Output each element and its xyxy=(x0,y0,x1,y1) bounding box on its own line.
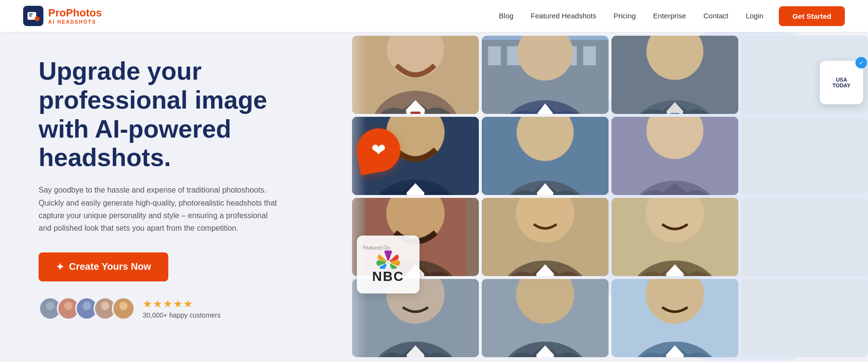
social-proof: ★★★★★ 30,000+ happy customers xyxy=(39,297,299,320)
svg-point-15 xyxy=(387,262,390,265)
photo-cell xyxy=(611,198,738,276)
get-started-button[interactable]: Get Started xyxy=(779,6,845,26)
headshot-photo xyxy=(611,36,738,114)
nbc-label: NBC xyxy=(372,269,405,284)
nav-enterprise[interactable]: Enterprise xyxy=(653,12,686,20)
nav-pricing[interactable]: Pricing xyxy=(614,12,636,20)
svg-point-1 xyxy=(35,16,40,21)
logo: ProPhotos AI HEADSHOTS xyxy=(23,6,102,26)
photo-cell xyxy=(482,117,609,195)
hero-photo-area: ✓ USA TODAY Featured On: xyxy=(328,32,868,361)
stars-area: ★★★★★ 30,000+ happy customers xyxy=(143,298,221,319)
photo-cell-empty xyxy=(741,117,868,195)
photo-cell xyxy=(611,36,738,114)
nav-contact[interactable]: Contact xyxy=(704,12,729,20)
svg-point-11 xyxy=(98,312,112,320)
featured-on-label: Featured On: xyxy=(363,245,391,251)
svg-point-5 xyxy=(43,312,57,320)
photo-cell xyxy=(482,279,609,357)
logo-sub: AI HEADSHOTS xyxy=(48,19,102,25)
svg-point-6 xyxy=(64,302,73,310)
headshot-photo xyxy=(352,36,479,114)
main-content: Upgrade your professional image with AI-… xyxy=(0,32,868,361)
photo-cell xyxy=(611,279,738,357)
logo-icon xyxy=(23,6,43,26)
create-yours-now-button[interactable]: ✦ Create Yours Now xyxy=(39,252,168,281)
avatars xyxy=(39,297,135,320)
nav-login[interactable]: Login xyxy=(746,12,763,20)
svg-rect-19 xyxy=(410,111,420,114)
svg-point-9 xyxy=(80,312,94,320)
photo-cell-empty xyxy=(741,198,868,276)
svg-rect-25 xyxy=(583,46,596,65)
usa-today-text: USA TODAY xyxy=(832,77,850,88)
svg-point-8 xyxy=(82,302,91,310)
headshot-photo xyxy=(611,279,738,357)
wand-icon: ✦ xyxy=(56,261,64,273)
svg-rect-3 xyxy=(29,15,32,16)
headshot-photo xyxy=(611,198,738,276)
svg-rect-2 xyxy=(29,14,33,14)
hero-section: Upgrade your professional image with AI-… xyxy=(0,32,328,361)
headshot-photo xyxy=(482,198,609,276)
customers-count: 30,000+ happy customers xyxy=(143,311,221,319)
headshot-photo xyxy=(611,117,738,195)
svg-point-12 xyxy=(119,302,128,310)
nav-links: Blog Featured Headshots Pricing Enterpri… xyxy=(499,12,764,20)
logo-text: ProPhotos AI HEADSHOTS xyxy=(48,7,102,24)
svg-point-4 xyxy=(46,302,54,310)
avatar xyxy=(112,297,135,320)
headshot-photo xyxy=(482,117,609,195)
headshot-photo xyxy=(482,36,609,114)
svg-point-10 xyxy=(101,302,109,310)
nav-blog[interactable]: Blog xyxy=(499,12,514,20)
verified-check-icon: ✓ xyxy=(855,57,867,69)
photo-cell xyxy=(611,117,738,195)
svg-point-13 xyxy=(117,312,130,320)
svg-rect-33 xyxy=(670,113,679,114)
nbc-peacock-icon xyxy=(374,251,403,269)
photo-cell xyxy=(482,198,609,276)
star-rating: ★★★★★ xyxy=(143,298,221,310)
nav-featured-headshots[interactable]: Featured Headshots xyxy=(531,12,597,20)
nbc-badge: Featured On: NBC xyxy=(357,236,420,293)
hero-title: Upgrade your professional image with AI-… xyxy=(39,57,299,172)
photo-cell-empty xyxy=(741,279,868,357)
hero-description: Say goodbye to the hassle and expense of… xyxy=(39,184,280,235)
logo-main: ProPhotos xyxy=(48,7,102,19)
navbar: ProPhotos AI HEADSHOTS Blog Featured Hea… xyxy=(0,0,868,32)
svg-point-7 xyxy=(62,312,75,320)
svg-rect-22 xyxy=(488,46,501,65)
headshot-photo xyxy=(482,279,609,357)
photo-cell xyxy=(352,36,479,114)
usa-today-badge: ✓ USA TODAY xyxy=(820,61,863,104)
photo-cell xyxy=(482,36,609,114)
